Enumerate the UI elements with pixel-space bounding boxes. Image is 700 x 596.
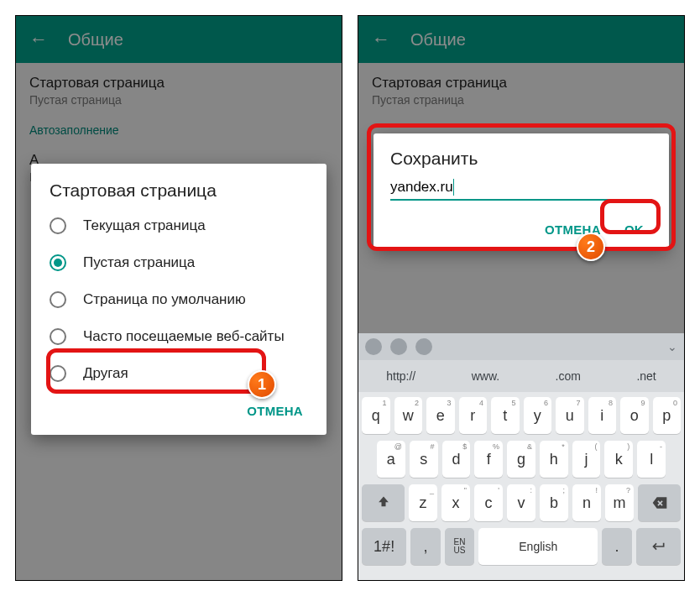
- key-hint: 9: [640, 399, 645, 407]
- key-hint: 5: [511, 399, 515, 407]
- key-language[interactable]: EN US: [445, 528, 475, 565]
- radio-icon: [50, 365, 66, 382]
- key-k[interactable]: k): [604, 441, 633, 478]
- key-comma[interactable]: ,: [410, 528, 441, 565]
- ok-button[interactable]: OK: [616, 216, 652, 243]
- keyboard-row-3: z_x"c'v:b;n!m?: [362, 484, 681, 521]
- key-h[interactable]: h*: [540, 441, 568, 478]
- key-backspace[interactable]: [638, 484, 681, 521]
- key-numbers[interactable]: 1#!: [362, 528, 406, 565]
- dialog-title: Сохранить: [390, 149, 652, 169]
- radio-icon: [50, 328, 66, 345]
- key-hint: -: [660, 442, 662, 451]
- right-screenshot: ← Общие Стартовая страница Пустая страни…: [358, 15, 685, 581]
- keyboard-suggestions: http:// www. .com .net: [358, 360, 684, 392]
- key-space[interactable]: English: [478, 528, 598, 565]
- key-dot[interactable]: .: [602, 528, 632, 565]
- dialog-title: Стартовая страница: [31, 180, 326, 207]
- key-hint: #: [431, 442, 435, 451]
- startpage-dialog: Стартовая страница Текущая страница Пуст…: [31, 164, 326, 435]
- key-f[interactable]: f%: [474, 441, 503, 478]
- kbd-clip-icon[interactable]: [415, 338, 432, 355]
- key-enter[interactable]: [636, 528, 681, 565]
- key-q[interactable]: q1: [362, 397, 390, 434]
- key-t[interactable]: t5: [491, 397, 520, 434]
- key-d[interactable]: d$: [442, 441, 471, 478]
- left-screenshot: ← Общие Стартовая страница Пустая страни…: [15, 15, 342, 581]
- option-label: Другая: [83, 365, 128, 382]
- key-hint: *: [562, 442, 565, 451]
- shift-icon: [375, 494, 392, 511]
- key-hint: ;: [562, 486, 565, 494]
- key-j[interactable]: j(: [572, 441, 601, 478]
- option-label: Страница по умолчанию: [83, 291, 246, 308]
- key-i[interactable]: i8: [588, 397, 617, 434]
- suggestion[interactable]: .com: [556, 369, 581, 383]
- key-hint: 4: [479, 399, 483, 407]
- key-y[interactable]: y6: [524, 397, 552, 434]
- option-label: Текущая страница: [83, 217, 206, 234]
- key-e[interactable]: e3: [426, 397, 455, 434]
- option-current-page[interactable]: Текущая страница: [31, 207, 326, 244]
- keyboard: ⌄ http:// www. .com .net q1w2e3r4t5y6u7i…: [358, 333, 684, 580]
- key-hint: 1: [382, 399, 386, 407]
- key-hint: ': [498, 486, 499, 494]
- key-hint: (: [594, 442, 597, 451]
- keyboard-toolbar: ⌄: [358, 333, 684, 360]
- key-hint: @: [394, 442, 402, 451]
- kbd-globe-icon[interactable]: [390, 338, 407, 355]
- keyboard-row-4: 1#! , EN US English .: [362, 528, 681, 565]
- cancel-button[interactable]: ОТМЕНА: [238, 397, 311, 425]
- key-u[interactable]: u7: [556, 397, 584, 434]
- key-hint: ?: [626, 486, 630, 494]
- option-blank-page[interactable]: Пустая страница: [31, 244, 326, 281]
- key-hint: :: [530, 486, 532, 494]
- keyboard-row-2: a@s#d$f%g&h*j(k)l-: [362, 441, 681, 478]
- key-hint: $: [462, 442, 467, 451]
- kbd-settings-icon[interactable]: [365, 338, 382, 355]
- url-input-value: yandex.ru: [390, 179, 453, 196]
- option-frequent-sites[interactable]: Часто посещаемые веб-сайты: [31, 318, 326, 355]
- option-default-page[interactable]: Страница по умолчанию: [31, 281, 326, 318]
- keyboard-row-1: q1w2e3r4t5y6u7i8o9p0: [362, 397, 681, 434]
- key-z[interactable]: z_: [409, 484, 437, 521]
- key-hint: ): [627, 442, 629, 451]
- save-dialog: Сохранить yandex.ru ОТМЕНА OK: [374, 133, 669, 248]
- key-l[interactable]: l-: [637, 441, 666, 478]
- key-g[interactable]: g&: [507, 441, 535, 478]
- key-w[interactable]: w2: [394, 397, 423, 434]
- key-m[interactable]: m?: [605, 484, 634, 521]
- key-s[interactable]: s#: [410, 441, 438, 478]
- radio-icon: [50, 217, 66, 234]
- option-label: Часто посещаемые веб-сайты: [83, 328, 285, 345]
- key-hint: !: [595, 486, 598, 494]
- enter-icon: [650, 538, 666, 555]
- key-hint: 6: [544, 399, 548, 407]
- key-v[interactable]: v:: [507, 484, 535, 521]
- key-hint: 8: [609, 399, 613, 407]
- key-hint: 2: [415, 399, 419, 407]
- key-shift[interactable]: [362, 484, 405, 521]
- kbd-collapse-icon[interactable]: ⌄: [667, 340, 677, 353]
- suggestion[interactable]: .net: [636, 369, 656, 383]
- radio-icon: [50, 291, 66, 308]
- suggestion[interactable]: www.: [472, 369, 499, 383]
- key-c[interactable]: c': [474, 484, 503, 521]
- key-b[interactable]: b;: [540, 484, 568, 521]
- key-p[interactable]: p0: [653, 397, 682, 434]
- key-r[interactable]: r4: [459, 397, 488, 434]
- key-hint: %: [493, 442, 499, 451]
- key-o[interactable]: o9: [620, 397, 649, 434]
- option-other[interactable]: Другая: [31, 355, 326, 392]
- key-a[interactable]: a@: [377, 441, 405, 478]
- text-caret: [453, 179, 454, 196]
- suggestion[interactable]: http://: [386, 369, 415, 383]
- cancel-button[interactable]: ОТМЕНА: [536, 216, 609, 243]
- key-x[interactable]: x": [441, 484, 470, 521]
- key-n[interactable]: n!: [572, 484, 601, 521]
- key-hint: 0: [673, 399, 677, 407]
- url-input[interactable]: yandex.ru: [390, 179, 652, 201]
- key-hint: 7: [576, 399, 580, 407]
- radio-icon-selected: [50, 254, 66, 271]
- key-lang-bot: US: [454, 546, 466, 555]
